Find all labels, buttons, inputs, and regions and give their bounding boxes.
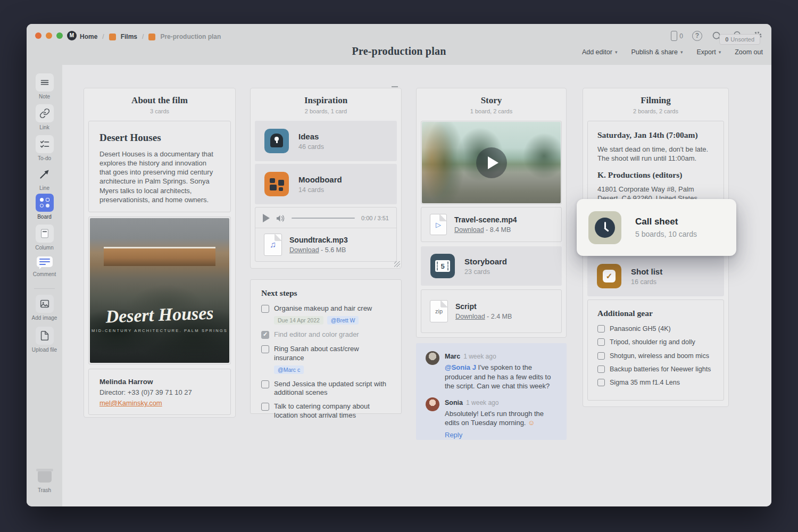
storyboard-board-icon: 5 (430, 254, 455, 278)
tool-add-image[interactable]: Add image (27, 295, 62, 321)
collapse-column-icon[interactable] (392, 86, 398, 87)
board-item-ideas[interactable]: Ideas 46 cards (255, 121, 397, 161)
zoom-out-button[interactable]: Zoom out (735, 48, 763, 56)
comment-thread-card[interactable]: Marc1 week ago @Sonia J I've spoken to t… (416, 343, 567, 440)
todo-card-next-steps[interactable]: Next steps Organise makeup and hair crew… (250, 279, 402, 414)
ideas-board-icon (264, 129, 289, 153)
note-card-filming[interactable]: Saturday, Jan 14th (7:00am) We start dea… (587, 121, 724, 206)
column-inspiration[interactable]: Inspiration 2 boards, 1 card Ideas 46 ca… (250, 88, 402, 269)
todo-icon (39, 138, 51, 150)
note-card-desert-houses[interactable]: Desert Houses Desert Houses is a documen… (88, 121, 231, 212)
column-subtitle: 3 cards (88, 108, 231, 114)
todo-item[interactable]: Backup batteries for Neewer lights (597, 365, 714, 373)
download-link[interactable]: Download (454, 226, 484, 234)
breadcrumb-separator: / (102, 33, 104, 40)
checkbox-unchecked[interactable] (597, 379, 605, 386)
checkbox-unchecked[interactable] (261, 305, 269, 313)
sidebar-divider (34, 288, 55, 289)
file-card-travel-scene[interactable]: ▷ Travel-scene.mp4 Download - 8.4 MB (421, 207, 562, 242)
app-window: M Home / Films / Pre-production plan Pre… (27, 24, 771, 506)
checkbox-unchecked[interactable] (597, 338, 605, 346)
todo-item[interactable]: Talk to catering company about location … (261, 402, 390, 420)
help-icon[interactable]: ? (692, 31, 702, 41)
breadcrumb-films[interactable]: Films (121, 33, 137, 40)
board-item-shot-list[interactable]: ✓ Shot list 16 cards (587, 256, 724, 296)
shot-list-board-icon: ✓ (597, 264, 621, 288)
tool-note[interactable]: Note (27, 73, 62, 99)
traffic-light-minimize[interactable] (46, 32, 52, 39)
checkbox-unchecked[interactable] (597, 365, 605, 373)
video-card[interactable] (421, 121, 562, 204)
column-subtitle: 2 boards, 2 cards (587, 108, 724, 114)
mention-link[interactable]: @Sonia J (445, 363, 476, 371)
device-preview-button[interactable]: 0 (671, 31, 683, 41)
contact-name: Melinda Harrow (99, 378, 220, 386)
checkbox-checked[interactable] (261, 331, 269, 339)
checkbox-unchecked[interactable] (261, 380, 269, 388)
board-item-moodboard[interactable]: Moodboard 14 cards (255, 164, 397, 204)
todo-item[interactable]: Tripod, shoulder rig and dolly (597, 338, 714, 346)
resize-handle[interactable] (394, 261, 400, 267)
file-size: - 5.6 MB (321, 246, 346, 254)
play-icon[interactable] (263, 214, 270, 222)
comment-author: Marc (445, 353, 460, 360)
board-preview-popup-call-sheet[interactable]: Call sheet 5 boards, 10 cards (577, 199, 736, 256)
todo-item[interactable]: Shotgun, wireless and boom mics (597, 352, 714, 360)
tool-column[interactable]: Column (27, 225, 62, 251)
add-image-icon (39, 298, 51, 310)
video-play-button[interactable] (476, 147, 507, 178)
checkbox-unchecked[interactable] (597, 352, 605, 360)
tool-line[interactable]: Line (27, 165, 62, 191)
header-bar: M Home / Films / Pre-production plan Pre… (27, 24, 771, 65)
audio-progress-bar[interactable] (292, 218, 355, 219)
contact-email-link[interactable]: mel@Kaminsky.com (99, 399, 220, 407)
tool-comment[interactable]: Comment (27, 254, 62, 277)
todo-item[interactable]: Find editor and color grader (261, 330, 390, 339)
assignee-tag[interactable]: @Brett W (327, 316, 359, 325)
tool-link[interactable]: Link (27, 104, 62, 130)
todo-item[interactable]: Send Jessica the updated script with add… (261, 380, 390, 398)
note-body: We start dead on time, don't be late. Th… (597, 145, 714, 163)
tool-upload-file[interactable]: Upload file (27, 327, 62, 353)
todo-item[interactable]: Organise makeup and hair crew (261, 304, 390, 313)
audio-card[interactable]: 0:00 / 3:51 ♫ Soundtrack.mp3 Download - … (255, 207, 397, 262)
assignee-tag[interactable]: @Marc c (274, 365, 304, 374)
add-editor-button[interactable]: Add editor ▾ (582, 48, 618, 56)
file-card-script[interactable]: zip Script Download - 2.4 MB (421, 289, 562, 333)
publish-share-button[interactable]: Publish & share ▾ (631, 48, 683, 56)
tool-trash[interactable]: Trash (27, 468, 62, 493)
todo-item[interactable]: Ring Sarah about cast/crew insurance (261, 345, 390, 363)
tool-board[interactable]: Board (27, 194, 62, 220)
volume-icon[interactable] (276, 214, 285, 222)
image-card[interactable]: Desert Houses MID-CENTURY ARCHITECTURE. … (88, 217, 231, 364)
traffic-light-zoom[interactable] (56, 32, 63, 39)
todo-item[interactable]: Panasonic GH5 (4K) (597, 325, 714, 333)
board-count: 16 cards (631, 278, 662, 286)
export-button[interactable]: Export ▾ (697, 48, 721, 56)
checkbox-unchecked[interactable] (597, 325, 605, 332)
play-glyph: ▷ (436, 221, 441, 229)
todo-label: Panasonic GH5 (4K) (610, 325, 671, 333)
download-link[interactable]: Download (455, 313, 485, 320)
comment-author: Sonia (445, 399, 463, 406)
app-logo[interactable]: M (67, 31, 77, 40)
unsorted-badge[interactable]: 0Unsorted (719, 34, 760, 45)
breadcrumb-home[interactable]: Home (80, 33, 97, 40)
due-date-tag[interactable]: Due 14 Apr 2022 (274, 316, 323, 325)
traffic-light-close[interactable] (35, 32, 41, 39)
checkbox-unchecked[interactable] (261, 403, 269, 411)
column-about-the-film[interactable]: About the film 3 cards Desert Houses Des… (84, 88, 236, 418)
music-note-glyph: ♫ (270, 240, 276, 250)
todo-label: Organise makeup and hair crew (274, 304, 372, 313)
video-file-icon: ▷ (430, 214, 447, 235)
todo-card-additional-gear[interactable]: Additional gear Panasonic GH5 (4K) Tripo… (587, 300, 724, 401)
download-link[interactable]: Download (289, 246, 319, 254)
reply-link[interactable]: Reply (445, 431, 462, 439)
board-item-storyboard[interactable]: 5 Storyboard 23 cards (421, 246, 562, 286)
contact-card[interactable]: Melinda Harrow Director: +33 (0)7 39 71 … (88, 369, 231, 415)
checkbox-unchecked[interactable] (261, 345, 269, 353)
tool-todo[interactable]: To-do (27, 135, 62, 161)
column-story[interactable]: Story 1 board, 2 cards ▷ Travel-scene.mp… (416, 88, 567, 338)
todo-item[interactable]: Sigma 35 mm f1.4 Lens (597, 378, 714, 387)
column-subtitle: 1 board, 2 cards (421, 108, 562, 114)
